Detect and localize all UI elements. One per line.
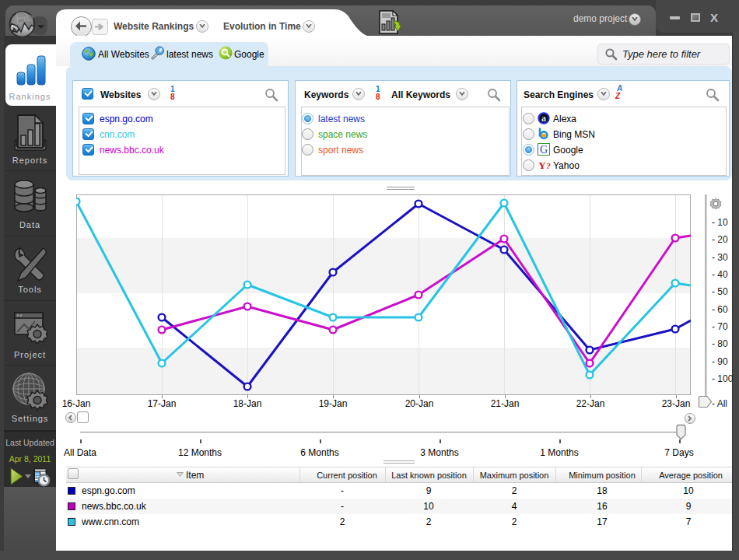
- svg-text:a: a: [541, 113, 546, 124]
- svg-text:?: ?: [546, 161, 551, 170]
- svg-text:G: G: [540, 144, 548, 156]
- svg-text:Y: Y: [538, 159, 546, 170]
